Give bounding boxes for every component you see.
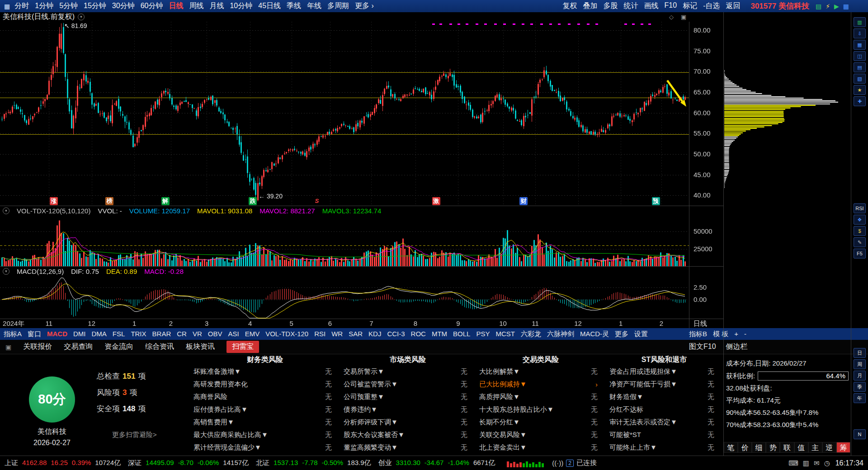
indicator-tab[interactable]: BOLL	[453, 330, 470, 338]
period-month-button[interactable]: 月	[854, 371, 866, 381]
indicator-tab[interactable]: VR	[193, 330, 202, 338]
more-risk-link[interactable]: 更多扫雷避险>	[112, 431, 157, 439]
risk-item-label[interactable]: 分红不达标	[609, 405, 643, 414]
indicator-tab[interactable]: VOL-TDX-120	[265, 330, 308, 338]
function-tab[interactable]: 关联报价	[23, 342, 52, 352]
indicator-tab[interactable]: RSI	[314, 330, 326, 338]
function-tab[interactable]: 资金流向	[104, 342, 133, 352]
event-marker[interactable]: 激	[432, 197, 440, 205]
event-marker[interactable]: 榜	[105, 197, 113, 205]
event-marker[interactable]: 跌	[249, 197, 257, 205]
app-grid-icon[interactable]: ▦	[4, 3, 10, 10]
money-icon[interactable]: $	[854, 226, 866, 236]
clock-icon[interactable]: ◷	[824, 459, 830, 467]
collapse-pane-icon[interactable]: ▾	[3, 268, 9, 275]
period-tab[interactable]: 更多 ›	[355, 2, 374, 9]
indicator-icon[interactable]: ❖	[854, 215, 866, 225]
collapse-pane-icon[interactable]: ▾	[3, 207, 9, 214]
risk-item-label[interactable]: 坏账准备激增▼	[193, 367, 241, 376]
risk-item-label[interactable]: 分析师评级下调▼	[344, 418, 398, 427]
indicator-tab[interactable]: SAR	[349, 330, 363, 338]
right-panel-tab[interactable]: 筹	[836, 442, 850, 453]
volume-canvas[interactable]	[0, 216, 689, 266]
period-year-button[interactable]: 年	[854, 393, 866, 403]
indicator-right-tab[interactable]: 指标B	[689, 330, 707, 338]
risk-item-label[interactable]: 高商誉风险	[193, 393, 227, 401]
download-icon[interactable]: ⇩	[854, 28, 866, 38]
period-tab[interactable]: 周线	[189, 2, 203, 9]
top-menu-item[interactable]: F10	[665, 1, 677, 11]
rsi-button[interactable]: RSI	[854, 203, 866, 213]
event-marker[interactable]: 预	[652, 197, 660, 205]
indicator-tab[interactable]: 更多	[615, 330, 628, 338]
indicator-tab[interactable]: EMV	[245, 330, 260, 338]
indicator-tab[interactable]: 指标A	[4, 330, 22, 338]
risk-item-label[interactable]: 已大比例减持▼	[479, 380, 527, 389]
period-week-button[interactable]: 周	[854, 359, 866, 369]
indicator-tab[interactable]: WR	[331, 330, 343, 338]
indicator-tab[interactable]: FSL	[113, 330, 125, 338]
pattern-icon[interactable]: ▧	[854, 74, 866, 84]
volume-indicator-name[interactable]: VOL-TDX-120(5,10,120)	[17, 207, 90, 215]
collapse-pane-icon[interactable]: ▾	[78, 14, 85, 20]
top-menu-item[interactable]: -自选	[703, 1, 720, 11]
right-panel-tab[interactable]: 笔	[724, 442, 738, 453]
top-menu-item[interactable]: 返回	[726, 1, 740, 11]
risk-item-label[interactable]: 关联交易风险▼	[479, 431, 527, 439]
macd-canvas[interactable]	[0, 276, 689, 319]
top-menu-item[interactable]: 复权	[563, 1, 577, 11]
index-quote[interactable]: 创业3310.30-34.67-1.04%6671亿	[378, 459, 495, 467]
indicator-tab[interactable]: 六彩龙	[521, 330, 541, 338]
keyboard-icon[interactable]: ⌨	[788, 459, 798, 467]
indicator-right-tab[interactable]: +	[734, 330, 738, 338]
indicator-tab[interactable]: CCI-3	[387, 330, 405, 338]
draw-icon[interactable]: ✎	[854, 237, 866, 247]
indicator-tab[interactable]: 设置	[634, 330, 648, 338]
risk-item-label[interactable]: 高研发费用资本化	[193, 380, 248, 389]
index-quote[interactable]: 北证1537.13-7.78-0.50%183.9亿	[256, 459, 371, 467]
index-quote[interactable]: 上证4162.8816.250.39%10724亿	[5, 459, 121, 467]
function-right-tab[interactable]: 图文F10	[689, 342, 716, 352]
connection-area[interactable]: ((·)) 2 已连接	[552, 459, 597, 467]
right-panel-tab[interactable]: 价	[738, 442, 752, 453]
indicator-tab[interactable]: MCST	[495, 330, 515, 338]
indicator-tab[interactable]: 六脉神剑	[547, 330, 574, 338]
panel-icon[interactable]: ▦	[843, 3, 849, 10]
risk-item-label[interactable]: 应付债券占比高▼	[193, 405, 248, 414]
indicator-right-tab[interactable]: -	[744, 330, 746, 338]
top-menu-item[interactable]: 标记	[683, 1, 697, 11]
period-tab[interactable]: 5分钟	[59, 2, 78, 9]
indicator-tab[interactable]: MACD	[47, 330, 67, 338]
indicator-tab[interactable]: BRAR	[152, 330, 171, 338]
index-quote[interactable]: 深证14495.09-8.70-0.06%14157亿	[128, 459, 249, 467]
risk-item-label[interactable]: 高销售费用▼	[193, 418, 234, 427]
indicator-tab[interactable]: DMI	[73, 330, 86, 338]
split-view-icon[interactable]: ◫	[854, 51, 866, 61]
risk-item-label[interactable]: 累计经营现金流偏少▼	[193, 443, 261, 452]
risk-item-label[interactable]: 北上资金卖出▼	[479, 443, 527, 452]
period-day-button[interactable]: 日	[854, 348, 866, 358]
risk-item-label[interactable]: 债券违约▼	[344, 405, 377, 414]
risk-item-label[interactable]: 公司预重整▼	[344, 393, 384, 401]
indicator-right-tab[interactable]: 模 板	[713, 330, 728, 338]
risk-item-label[interactable]: 审计无法表示或否定▼	[609, 418, 677, 427]
indicator-tab[interactable]: MACD-灵	[580, 330, 609, 338]
monitor-icon[interactable]: ▥	[803, 459, 809, 467]
period-tab[interactable]: 日线	[169, 2, 183, 9]
function-tab[interactable]: 扫雷宝	[226, 341, 259, 353]
risk-item-label[interactable]: 长期不分红▼	[479, 418, 520, 427]
period-tab[interactable]: 30分钟	[112, 2, 135, 9]
right-panel-tab[interactable]: 逆	[822, 442, 836, 453]
right-panel-tab[interactable]: 联	[780, 442, 794, 453]
risk-item-label[interactable]: 高质押风险▼	[479, 393, 520, 401]
top-menu-item[interactable]: 叠加	[583, 1, 598, 11]
risk-item-label[interactable]: 净资产可能低于亏损▼	[609, 380, 677, 389]
right-panel-tab[interactable]: 值	[794, 442, 808, 453]
risk-item-label[interactable]: 财务造假▼	[609, 393, 643, 401]
list-icon[interactable]: ▤	[816, 3, 821, 10]
risk-item-label[interactable]: 可能终止上市▼	[609, 443, 657, 452]
macd-indicator-name[interactable]: MACD(12,26,9)	[17, 268, 64, 275]
period-tab[interactable]: 年线	[307, 2, 321, 9]
risk-item-label[interactable]: 十大股东总持股占比小▼	[479, 405, 554, 414]
event-marker[interactable]: 财	[519, 197, 528, 205]
